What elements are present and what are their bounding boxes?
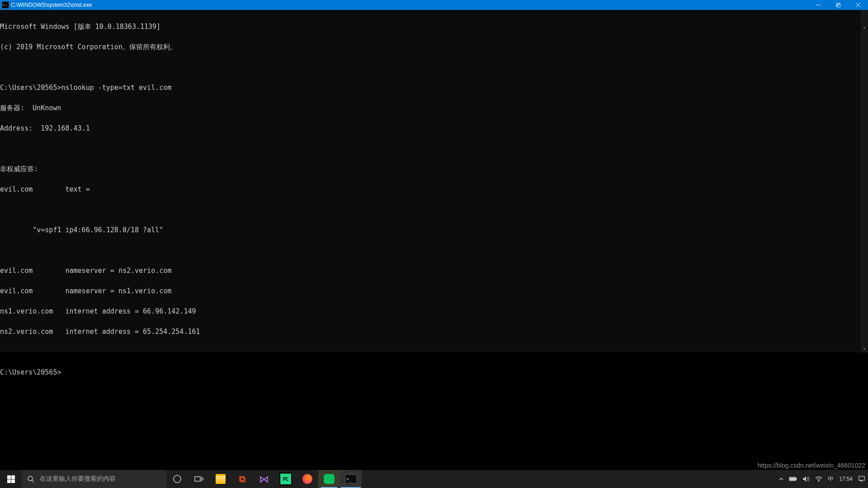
terminal-line: [0, 349, 868, 356]
task-view-icon: [194, 475, 203, 483]
cortana-button[interactable]: [166, 470, 188, 488]
svg-point-13: [174, 475, 181, 483]
cmd-icon: C:\: [2, 1, 9, 9]
taskbar-app-visual-studio[interactable]: ⋈: [253, 470, 275, 488]
search-icon: [22, 475, 40, 483]
battery-icon: [789, 476, 797, 482]
terminal-line: ns1.verio.com internet address = 66.96.1…: [0, 308, 868, 315]
tray-battery[interactable]: [786, 470, 800, 488]
watermark-text: https://blog.csdn.net/weixin_46601022: [758, 462, 865, 469]
terminal-line: evil.com nameserver = ns1.verio.com: [0, 288, 868, 295]
volume-icon: [802, 476, 810, 482]
scroll-up-icon[interactable]: ▲: [861, 23, 868, 31]
minimize-button[interactable]: [808, 0, 828, 10]
svg-rect-14: [195, 477, 200, 481]
tray-clock[interactable]: 17:54: [836, 470, 855, 488]
terminal-line: 非权威应答:: [0, 166, 868, 173]
taskbar-search[interactable]: 在这里输入你要搜索的内容: [22, 470, 166, 488]
taskbar-app-file-explorer[interactable]: [210, 470, 231, 488]
window-title: C:\WINDOWS\system32\cmd.exe: [11, 2, 92, 8]
firefox-icon: [302, 474, 312, 484]
office-icon: ⧉: [239, 474, 245, 484]
svg-point-21: [818, 480, 819, 481]
start-button[interactable]: [0, 470, 22, 488]
taskbar: 在这里输入你要搜索的内容 ⧉ ⋈ PC >_ 中 17:54: [0, 470, 868, 488]
terminal-line: ns2.verio.com internet address = 65.254.…: [0, 328, 868, 335]
system-tray: 中 17:54: [776, 470, 868, 488]
maximize-button[interactable]: [828, 0, 848, 10]
folder-icon: [216, 474, 226, 484]
terminal-line: Address: 192.168.43.1: [0, 125, 868, 132]
svg-rect-10: [11, 479, 15, 483]
svg-rect-18: [796, 478, 797, 480]
terminal-line: evil.com text =: [0, 186, 868, 193]
search-placeholder: 在这里输入你要搜索的内容: [40, 475, 116, 483]
svg-point-11: [28, 476, 33, 481]
close-button[interactable]: [848, 0, 868, 10]
wifi-icon: [815, 476, 822, 482]
svg-text:C:\: C:\: [3, 3, 8, 7]
window-titlebar: C:\ C:\WINDOWS\system32\cmd.exe: [0, 0, 868, 10]
circle-icon: [173, 475, 181, 483]
terminal-line: C:\Users\20565>nslookup -type=txt evil.c…: [0, 84, 868, 91]
svg-rect-3: [837, 4, 840, 7]
svg-marker-20: [803, 476, 806, 482]
pycharm-icon: PC: [279, 473, 292, 485]
taskbar-app-pycharm[interactable]: PC: [275, 470, 297, 488]
task-view-button[interactable]: [188, 470, 210, 488]
chevron-up-icon: [779, 477, 783, 481]
svg-rect-22: [859, 476, 864, 480]
taskbar-app-cmd[interactable]: >_: [340, 470, 362, 488]
notification-icon: [858, 475, 865, 483]
wechat-icon: [324, 474, 335, 484]
tray-overflow-button[interactable]: [776, 470, 786, 488]
terminal-scrollbar[interactable]: ▲ ▼: [861, 10, 868, 352]
tray-network[interactable]: [812, 470, 825, 488]
svg-rect-19: [790, 478, 795, 480]
visual-studio-icon: ⋈: [259, 474, 269, 485]
tray-volume[interactable]: [800, 470, 812, 488]
svg-rect-7: [7, 475, 11, 479]
terminal-line: (c) 2019 Microsoft Corporation。保留所有权利。: [0, 44, 868, 51]
taskbar-app-office[interactable]: ⧉: [231, 470, 253, 488]
terminal-line: evil.com nameserver = ns2.verio.com: [0, 267, 868, 274]
terminal-output[interactable]: Microsoft Windows [版本 10.0.18363.1139] (…: [0, 10, 868, 352]
terminal-line: [0, 247, 868, 254]
tray-action-center[interactable]: [855, 470, 868, 488]
taskbar-app-firefox[interactable]: [297, 470, 318, 488]
tray-ime[interactable]: 中: [825, 470, 836, 488]
terminal-line: [0, 145, 868, 152]
terminal-line: [0, 64, 868, 71]
taskbar-app-wechat[interactable]: [318, 470, 340, 488]
svg-line-12: [32, 480, 34, 482]
terminal-line: Microsoft Windows [版本 10.0.18363.1139]: [0, 23, 868, 30]
clock-time: 17:54: [839, 476, 853, 482]
windows-logo-icon: [7, 475, 15, 483]
cmd-icon: >_: [345, 474, 357, 483]
svg-rect-8: [11, 475, 15, 479]
terminal-line: 服务器: UnKnown: [0, 105, 868, 112]
terminal-line: C:\Users\20565>: [0, 369, 868, 376]
scroll-down-icon[interactable]: ▼: [861, 345, 868, 352]
terminal-line: "v=spf1 ip4:66.96.128.0/18 ?all": [0, 227, 868, 234]
svg-rect-9: [7, 479, 11, 483]
terminal-line: [0, 206, 868, 213]
